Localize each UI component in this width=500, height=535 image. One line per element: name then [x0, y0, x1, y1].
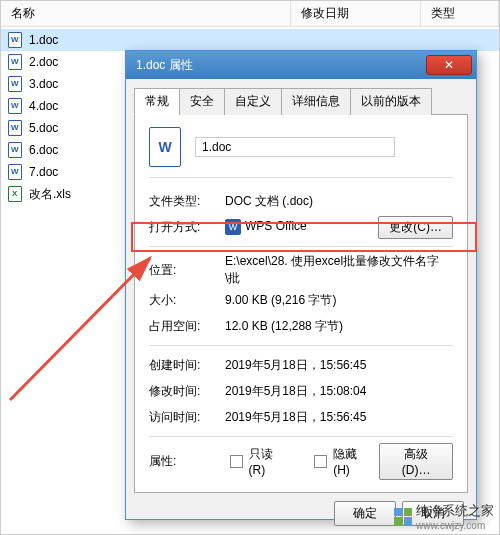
file-name: 7.doc: [29, 165, 58, 179]
readonly-checkbox[interactable]: [230, 455, 243, 468]
change-button[interactable]: 更改(C)…: [378, 216, 453, 239]
created-value: 2019年5月18日，15:56:45: [225, 357, 453, 374]
titlebar[interactable]: 1.doc 属性 ✕: [126, 51, 476, 79]
filetype-label: 文件类型:: [149, 193, 225, 210]
modified-value: 2019年5月18日，15:08:04: [225, 383, 453, 400]
word-file-icon: [7, 142, 23, 158]
attributes-label: 属性:: [149, 453, 224, 470]
close-icon: ✕: [444, 58, 454, 72]
excel-file-icon: [7, 186, 23, 202]
readonly-label: 只读(R): [249, 446, 289, 477]
word-file-icon: [7, 120, 23, 136]
watermark-logo-icon: [394, 508, 412, 526]
column-type[interactable]: 类型: [421, 1, 499, 26]
ok-button[interactable]: 确定: [334, 501, 396, 526]
tab-previous-versions[interactable]: 以前的版本: [350, 88, 432, 115]
file-name: 4.doc: [29, 99, 58, 113]
filetype-value: DOC 文档 (.doc): [225, 193, 453, 210]
file-name: 6.doc: [29, 143, 58, 157]
size-on-disk-value: 12.0 KB (12,288 字节): [225, 318, 453, 335]
accessed-value: 2019年5月18日，15:56:45: [225, 409, 453, 426]
column-date[interactable]: 修改日期: [291, 1, 421, 26]
explorer-columns: 名称 修改日期 类型: [1, 1, 499, 27]
dialog-title: 1.doc 属性: [136, 57, 426, 74]
watermark-brand: 纯净系统之家: [416, 503, 494, 518]
created-label: 创建时间:: [149, 357, 225, 374]
location-value: E:\excel\28. 使用excel批量修改文件名字\批: [225, 253, 453, 287]
wps-icon: W: [225, 219, 241, 235]
close-button[interactable]: ✕: [426, 55, 472, 75]
properties-dialog: 1.doc 属性 ✕ 常规 安全 自定义 详细信息 以前的版本 W 1.doc …: [125, 50, 477, 520]
tab-general[interactable]: 常规: [134, 88, 180, 115]
file-type-icon: W: [149, 127, 181, 167]
size-on-disk-label: 占用空间:: [149, 318, 225, 335]
watermark-url: www.cwjzy.com: [416, 520, 494, 531]
filename-input[interactable]: 1.doc: [195, 137, 395, 157]
tab-content-general: W 1.doc 文件类型: DOC 文档 (.doc) 打开方式: WWPS O…: [134, 115, 468, 493]
column-name[interactable]: 名称: [1, 1, 291, 26]
file-name: 1.doc: [29, 33, 58, 47]
tab-security[interactable]: 安全: [179, 88, 225, 115]
file-name: 5.doc: [29, 121, 58, 135]
watermark: 纯净系统之家 www.cwjzy.com: [394, 502, 494, 531]
file-name: 3.doc: [29, 77, 58, 91]
openwith-label: 打开方式:: [149, 219, 225, 236]
location-label: 位置:: [149, 262, 225, 279]
advanced-button[interactable]: 高级(D)…: [379, 443, 453, 480]
word-file-icon: [7, 164, 23, 180]
accessed-label: 访问时间:: [149, 409, 225, 426]
file-row[interactable]: 1.doc: [1, 29, 499, 51]
word-file-icon: [7, 54, 23, 70]
word-file-icon: [7, 98, 23, 114]
tab-custom[interactable]: 自定义: [224, 88, 282, 115]
hidden-checkbox[interactable]: [314, 455, 327, 468]
file-name: 2.doc: [29, 55, 58, 69]
tab-strip: 常规 安全 自定义 详细信息 以前的版本: [134, 87, 468, 115]
word-file-icon: [7, 32, 23, 48]
file-name: 改名.xls: [29, 186, 71, 203]
tab-details[interactable]: 详细信息: [281, 88, 351, 115]
openwith-value: WWPS Office: [225, 219, 378, 235]
modified-label: 修改时间:: [149, 383, 225, 400]
word-file-icon: [7, 76, 23, 92]
hidden-label: 隐藏(H): [333, 446, 373, 477]
size-label: 大小:: [149, 292, 225, 309]
size-value: 9.00 KB (9,216 字节): [225, 292, 453, 309]
